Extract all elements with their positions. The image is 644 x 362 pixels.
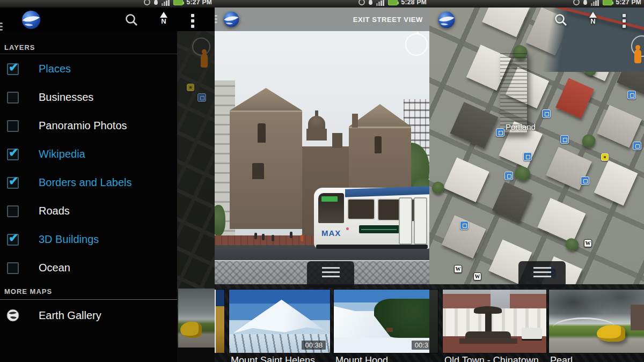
street-view-compass-ring[interactable] — [405, 33, 428, 56]
more-maps-header: MORE MAPS — [4, 287, 52, 295]
status-bar: 5:27 PM — [0, 0, 215, 8]
max-train: MAX — [314, 188, 429, 249]
train-destination-sign — [321, 196, 338, 202]
earth-gallery-row[interactable]: Earth Gallery — [0, 301, 177, 329]
compass-button[interactable]: N — [587, 12, 599, 24]
train-undercarriage — [316, 245, 428, 249]
earth-gallery-globe-icon — [6, 309, 19, 322]
google-earth-logo — [438, 11, 455, 28]
drag-handle[interactable] — [307, 261, 354, 288]
thumbnail-title: Mount Hood — [335, 355, 388, 362]
status-bar: 5:28 PM — [215, 0, 429, 8]
sculpture-shape — [180, 322, 202, 338]
status-time: 5:27 PM — [616, 0, 641, 6]
tour-thumbnail-strip: 00:38 00:3 — [215, 284, 429, 362]
battery-icon — [603, 0, 612, 5]
signal-icon — [591, 0, 599, 6]
thumbnail-title: Mount Saint Helens — [231, 355, 315, 362]
battery-icon — [388, 0, 398, 5]
layer-row-borders[interactable]: Borders and Labels — [0, 168, 177, 197]
overflow-menu-icon[interactable] — [191, 14, 194, 28]
photo-marker[interactable] — [523, 152, 532, 161]
photo-marker[interactable] — [581, 176, 589, 185]
cupola-base — [306, 129, 327, 141]
thumbnail-pearl[interactable] — [549, 290, 644, 353]
layer-row-3d-buildings[interactable]: 3D Buildings — [0, 225, 177, 254]
checkbox[interactable] — [7, 92, 19, 104]
checkbox[interactable] — [7, 262, 19, 274]
photo-marker[interactable] — [627, 91, 636, 99]
sculpture-shape — [597, 325, 625, 342]
tree — [215, 205, 225, 236]
checkbox[interactable] — [7, 234, 19, 246]
courthouse-left-wing — [230, 88, 302, 229]
pedestrian — [254, 233, 257, 239]
photo-marker[interactable] — [496, 128, 504, 137]
roof-tower — [332, 133, 342, 148]
layer-label: 3D Buildings — [39, 233, 99, 246]
thumbnail-previous-sliver[interactable] — [429, 290, 438, 353]
search-icon[interactable] — [554, 13, 568, 27]
checkbox[interactable] — [7, 120, 19, 132]
alarm-icon — [144, 0, 150, 5]
fountain-shape — [459, 338, 517, 344]
pedestrian — [272, 235, 274, 241]
wikipedia-marker[interactable]: W — [584, 239, 592, 247]
layer-row-panoramio[interactable]: Panoramio Photos — [0, 112, 177, 140]
pedestrian — [290, 232, 292, 238]
compass-button[interactable]: N — [158, 12, 170, 24]
photo-marker[interactable] — [560, 135, 569, 144]
max-logo: MAX — [321, 228, 341, 238]
layer-row-roads[interactable]: Roads — [0, 197, 177, 225]
video-duration-badge: 00:38 — [302, 341, 326, 350]
thumbnail-mount-hood[interactable]: 00:3 — [334, 290, 429, 353]
wikipedia-marker[interactable]: W — [473, 272, 481, 280]
drag-handle[interactable] — [518, 261, 566, 288]
tall-tower-building — [500, 51, 527, 133]
photo-marker[interactable] — [633, 142, 641, 150]
screenshot-triptych: 5:27 PM N — [0, 0, 644, 362]
status-time: 5:28 PM — [401, 0, 427, 6]
gps-icon — [583, 0, 587, 5]
gps-icon — [154, 0, 158, 5]
exit-street-view-button[interactable]: EXIT STREET VIEW — [353, 8, 423, 31]
checkbox[interactable] — [7, 205, 19, 217]
checkbox[interactable] — [7, 149, 19, 160]
thumbnail-previous-sliver[interactable] — [215, 290, 224, 353]
wikipedia-marker[interactable]: W — [454, 265, 462, 273]
overflow-menu-icon[interactable] — [623, 14, 626, 28]
pedestrian — [301, 235, 303, 241]
alarm-icon — [573, 0, 580, 5]
layers-header: LAYERS — [4, 43, 35, 51]
layer-row-places[interactable]: Places — [0, 55, 177, 83]
photo-marker[interactable] — [460, 221, 469, 230]
map-sliver-dimmed[interactable] — [177, 31, 215, 362]
thumbnail-old-town[interactable] — [443, 290, 546, 353]
chimney — [352, 114, 358, 128]
signal-icon — [376, 0, 384, 6]
thumbnail-mount-saint-helens[interactable]: 00:38 — [229, 290, 330, 353]
layer-row-businesses[interactable]: Businesses — [0, 83, 177, 112]
drawer-edge-handle[interactable] — [215, 15, 217, 23]
pedestrian — [262, 234, 265, 240]
checkbox[interactable] — [7, 63, 19, 75]
status-time: 5:27 PM — [187, 0, 212, 6]
layer-label: Ocean — [39, 262, 70, 274]
compass-letter: N — [158, 18, 170, 24]
checkbox[interactable] — [7, 177, 19, 189]
tour-marker[interactable] — [601, 153, 609, 161]
thumbnail-pearl-sliver[interactable] — [178, 289, 215, 348]
drawer-edge-handle[interactable] — [0, 23, 3, 31]
photo-marker[interactable] — [542, 109, 551, 118]
layer-row-wikipedia[interactable]: Wikipedia — [0, 140, 177, 168]
layer-label: Panoramio Photos — [39, 120, 127, 132]
thumbnail-title: Old Town - Chinatown — [444, 355, 539, 362]
train-door — [414, 197, 427, 245]
photo-marker[interactable] — [504, 172, 513, 180]
train-door — [399, 197, 412, 245]
search-icon[interactable] — [125, 13, 138, 27]
layer-label: Places — [39, 63, 71, 75]
pegman-icon[interactable] — [634, 49, 641, 63]
divider — [0, 54, 177, 54]
layer-row-ocean[interactable]: Ocean — [0, 254, 177, 282]
